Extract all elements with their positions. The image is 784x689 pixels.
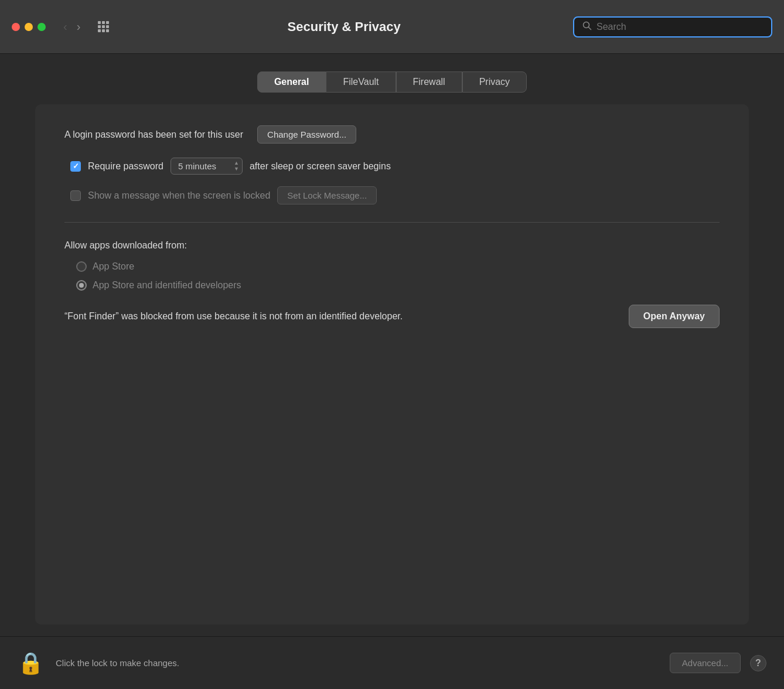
lock-icon[interactable]: 🔒 [18,651,44,676]
set-lock-message-button[interactable]: Set Lock Message... [277,186,377,204]
require-password-label: Require password [88,161,163,172]
advanced-button[interactable]: Advanced... [670,653,741,673]
bottom-bar: 🔒 Click the lock to make changes. Advanc… [0,636,784,689]
search-box [573,16,772,37]
tab-firewall[interactable]: Firewall [396,71,462,93]
allow-apps-label: Allow apps downloaded from: [64,240,720,251]
search-icon [582,21,592,33]
minimize-button[interactable] [25,23,33,31]
lock-message-row: Show a message when the screen is locked… [64,186,720,204]
titlebar: ‹ › Security & Privacy [0,0,784,54]
close-button[interactable] [12,23,20,31]
radio-appstore-label: App Store [93,261,134,272]
radio-row-identified: App Store and identified developers [76,280,720,291]
search-input[interactable] [596,22,763,32]
password-label: A login password has been set for this u… [64,129,243,140]
tabs: General FileVault Firewall Privacy [35,71,749,93]
radio-row-appstore: App Store [76,261,720,272]
grid-icon[interactable] [98,21,109,32]
help-button[interactable]: ? [750,655,766,671]
grid-dot [102,29,105,32]
back-button[interactable]: ‹ [60,18,71,36]
settings-panel: A login password has been set for this u… [35,104,749,625]
grid-dot [98,29,101,32]
section-divider [64,222,720,223]
window-title: Security & Privacy [124,19,564,35]
show-message-checkbox[interactable] [70,190,81,201]
lock-text: Click the lock to make changes. [56,658,660,668]
radio-identified-label: App Store and identified developers [93,280,241,291]
grid-dot [106,25,109,28]
main-content: General FileVault Firewall Privacy A log… [0,54,784,636]
require-password-row: ✓ Require password immediately 5 seconds… [64,158,720,175]
grid-dot [98,25,101,28]
grid-dot [102,25,105,28]
radio-group: App Store App Store and identified devel… [76,261,720,291]
grid-dot [98,21,101,24]
checkmark-icon: ✓ [73,162,79,170]
time-select[interactable]: immediately 5 seconds 1 minute 5 minutes… [171,158,243,175]
forward-button[interactable]: › [73,18,84,36]
traffic-lights [12,23,46,31]
grid-dot [102,21,105,24]
grid-dot [106,29,109,32]
open-anyway-button[interactable]: Open Anyway [629,305,720,328]
time-select-wrapper: immediately 5 seconds 1 minute 5 minutes… [171,158,243,175]
svg-line-1 [589,27,591,29]
tab-filevault[interactable]: FileVault [326,71,396,93]
change-password-button[interactable]: Change Password... [257,125,356,144]
after-sleep-label: after sleep or screen saver begins [250,161,391,172]
grid-dot [106,21,109,24]
radio-identified[interactable] [76,280,87,291]
radio-appstore[interactable] [76,261,87,272]
tab-privacy[interactable]: Privacy [462,71,527,93]
require-password-checkbox[interactable]: ✓ [70,161,81,172]
tab-general[interactable]: General [257,71,326,93]
blocked-app-text: “Font Finder” was blocked from use becau… [64,309,615,323]
maximize-button[interactable] [38,23,46,31]
password-row: A login password has been set for this u… [64,125,720,144]
show-message-label: Show a message when the screen is locked [88,190,270,201]
window: ‹ › Security & Privacy [0,0,784,689]
blocked-app-row: “Font Finder” was blocked from use becau… [64,305,720,328]
nav-buttons: ‹ › [60,18,84,36]
